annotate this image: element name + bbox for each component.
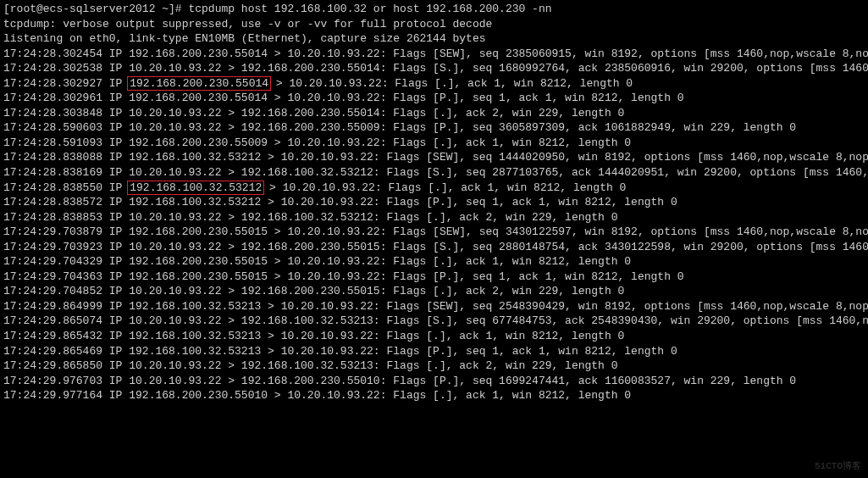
terminal-line: tcpdump: verbose output suppressed, use … — [3, 17, 865, 32]
terminal-line: 17:24:28.838572 IP 192.168.100.32.53212 … — [3, 195, 865, 210]
terminal-line: 17:24:28.838169 IP 10.20.10.93.22 > 192.… — [3, 165, 865, 181]
terminal-line: 17:24:29.865469 IP 192.168.100.32.53213 … — [3, 344, 865, 359]
terminal-line: 17:24:28.302927 IP 192.168.200.230.55014… — [3, 76, 865, 92]
terminal-line: 17:24:28.302961 IP 192.168.200.230.55014… — [3, 91, 865, 106]
terminal-line: 17:24:28.838550 IP 192.168.100.32.53212 … — [3, 181, 865, 196]
terminal-line: [root@ecs-sqlserver2012 ~]# tcpdump host… — [3, 2, 865, 17]
terminal-line: 17:24:29.865432 IP 192.168.100.32.53213 … — [3, 329, 865, 344]
shell-command: tcpdump host 192.168.100.32 or host 192.… — [188, 3, 551, 15]
terminal-line: 17:24:29.703879 IP 192.168.200.230.55015… — [3, 225, 865, 240]
terminal-line: 17:24:28.303848 IP 10.20.10.93.22 > 192.… — [3, 106, 865, 121]
terminal-line: 17:24:29.977164 IP 192.168.200.230.55010… — [3, 388, 865, 403]
highlight-box: 192.168.200.230.55014 — [127, 76, 271, 91]
terminal-line: 17:24:28.591093 IP 192.168.200.230.55009… — [3, 136, 865, 151]
terminal-line: 17:24:28.838088 IP 192.168.100.32.53212 … — [3, 150, 865, 165]
terminal-line: 17:24:28.302454 IP 192.168.200.230.55014… — [3, 47, 865, 62]
terminal-line: 17:24:29.704329 IP 192.168.200.230.55015… — [3, 254, 865, 270]
terminal-line: 17:24:29.865074 IP 10.20.10.93.22 > 192.… — [3, 314, 865, 329]
terminal-line: 17:24:29.976703 IP 10.20.10.93.22 > 192.… — [3, 374, 865, 389]
shell-prompt: [root@ecs-sqlserver2012 ~]# — [3, 3, 188, 15]
terminal-line: 17:24:28.590603 IP 10.20.10.93.22 > 192.… — [3, 120, 865, 136]
terminal-line: 17:24:29.704852 IP 10.20.10.93.22 > 192.… — [3, 284, 865, 299]
terminal-line: listening on eth0, link-type EN10MB (Eth… — [3, 31, 865, 47]
terminal-line: 17:24:28.838853 IP 10.20.10.93.22 > 192.… — [3, 210, 865, 225]
terminal-line: 17:24:29.704363 IP 192.168.200.230.55015… — [3, 270, 865, 285]
terminal-line: 17:24:29.703923 IP 10.20.10.93.22 > 192.… — [3, 240, 865, 255]
terminal-line: 17:24:29.865850 IP 10.20.10.93.22 > 192.… — [3, 358, 865, 374]
terminal-output[interactable]: [root@ecs-sqlserver2012 ~]# tcpdump host… — [0, 0, 868, 405]
terminal-line: 17:24:29.864999 IP 192.168.100.32.53213 … — [3, 299, 865, 314]
highlight-box: 192.168.100.32.53212 — [127, 181, 264, 195]
terminal-line: 17:24:28.302538 IP 10.20.10.93.22 > 192.… — [3, 61, 865, 76]
